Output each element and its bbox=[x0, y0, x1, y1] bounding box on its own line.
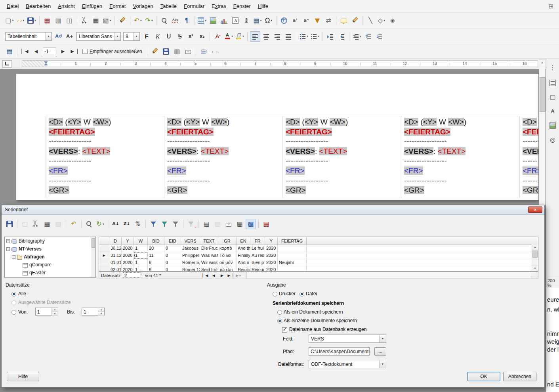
subscript-button[interactable]: x₂ bbox=[197, 31, 207, 42]
reset-filter-button[interactable]: × bbox=[186, 219, 196, 229]
label-cell[interactable]: <D> (<Y> W <W>)<FEIERTAG>---------------… bbox=[164, 116, 282, 198]
clear-formatting-button[interactable] bbox=[212, 31, 223, 42]
table-cell[interactable]: 2020 bbox=[265, 266, 278, 272]
records-all-label[interactable]: Alle bbox=[18, 291, 26, 296]
column-header-text[interactable]: TEXT bbox=[200, 237, 218, 245]
sidebar-settings-button[interactable]: ⋮ bbox=[548, 63, 558, 73]
table-cell[interactable]: 0 bbox=[164, 252, 181, 259]
tree-expander-icon[interactable]: - bbox=[6, 247, 10, 251]
table-cell[interactable]: 2020 bbox=[122, 266, 134, 272]
align-justify-button[interactable] bbox=[283, 31, 294, 42]
insert-textbox-button[interactable] bbox=[230, 15, 240, 26]
table-cell[interactable]: τῷ ἐλπ bbox=[218, 266, 237, 272]
table-cell[interactable]: 6 bbox=[148, 266, 164, 272]
chevron-down-icon[interactable]: ▾ bbox=[383, 19, 385, 22]
menu-item-fenster[interactable]: Fenster bbox=[230, 0, 254, 12]
explorer-toggle-button[interactable]: ▩ bbox=[246, 219, 256, 229]
filename-from-database-checkbox[interactable] bbox=[282, 327, 287, 333]
table-cell[interactable]: 0 bbox=[164, 259, 181, 266]
menu-item-extras[interactable]: Extras bbox=[208, 0, 230, 12]
insert-field-button[interactable]: ▤▾ bbox=[252, 15, 263, 26]
mail-merge-button[interactable] bbox=[223, 219, 234, 229]
records-from-radio[interactable] bbox=[11, 310, 16, 315]
styles-deck-button[interactable]: A bbox=[548, 106, 558, 117]
merge-document-button[interactable]: ▤ bbox=[261, 219, 271, 229]
label-cell[interactable]: <D> (<Y> W <W>)<FEIERTAG>---------------… bbox=[46, 116, 164, 198]
decrease-indent-button[interactable] bbox=[336, 31, 347, 42]
basic-shapes-button[interactable]: ◇▾ bbox=[376, 15, 387, 26]
scroll-up-arrow-icon[interactable]: ▲ bbox=[539, 60, 545, 66]
next-record-button[interactable]: ▶ bbox=[218, 272, 226, 278]
table-cell[interactable] bbox=[278, 266, 307, 272]
table-cell[interactable]: 1 bbox=[134, 245, 148, 252]
table-cell[interactable]: Réjoui bbox=[250, 266, 265, 272]
output-printer-label[interactable]: Drucker bbox=[279, 291, 296, 296]
table-cell[interactable]: Römer 5, bbox=[181, 259, 200, 266]
chevron-down-icon[interactable]: ▾ bbox=[242, 34, 244, 38]
formatting-marks-button[interactable]: ¶ bbox=[181, 15, 192, 26]
chevron-down-icon[interactable]: ▾ bbox=[271, 19, 272, 22]
line-spacing-button[interactable]: ▾ bbox=[352, 31, 362, 42]
exclude-recipient-checkbox[interactable]: Empfänger ausschließen bbox=[82, 49, 142, 54]
column-header-d[interactable]: D bbox=[109, 237, 122, 245]
clone-formatting-button[interactable] bbox=[117, 15, 128, 26]
track-changes-button[interactable] bbox=[350, 15, 360, 26]
last-record-button[interactable]: ▶▕ bbox=[226, 272, 235, 278]
last-record-button[interactable]: ▶▕ bbox=[69, 46, 79, 57]
update-style-button[interactable]: A↺ bbox=[53, 31, 64, 42]
font-color-button[interactable]: ▾ bbox=[223, 31, 234, 42]
save-individual-documents-radio[interactable] bbox=[277, 319, 282, 323]
print-preview-button[interactable]: ◫ bbox=[64, 15, 74, 26]
records-to-stepper[interactable]: 1 ▲▼ bbox=[82, 308, 105, 316]
chevron-down-icon[interactable]: ▾ bbox=[23, 19, 24, 22]
table-cell[interactable]: And n bbox=[237, 259, 250, 266]
table-cell[interactable]: οὐ μόν bbox=[218, 259, 237, 266]
table-cell[interactable]: 6 bbox=[148, 259, 164, 266]
column-header-feiertag[interactable]: FEIERTAG bbox=[278, 237, 307, 245]
label-cell[interactable]: <D> (<Y> W <W>)<FEIERTAG>---------------… bbox=[401, 116, 519, 198]
table-cell[interactable]: Die Fruch bbox=[200, 245, 218, 252]
path-input[interactable]: C:\Users\Kasper\Documents bbox=[309, 347, 370, 356]
filename-from-database-label[interactable]: Dateiname aus Datenbank erzeugen bbox=[289, 327, 366, 332]
table-cell[interactable]: 2020 bbox=[265, 259, 278, 266]
chevron-down-icon[interactable]: ▾ bbox=[103, 222, 104, 226]
chevron-down-icon[interactable]: ▾ bbox=[151, 19, 153, 22]
table-cell[interactable]: Au res bbox=[250, 252, 265, 259]
file-format-select[interactable]: ODF-Textdokument ▼ bbox=[309, 360, 386, 368]
find-record-button[interactable] bbox=[84, 219, 94, 229]
tree-item-abfragen[interactable]: -Abfragen bbox=[5, 253, 95, 261]
footnote-button[interactable]: a¹ bbox=[290, 15, 300, 26]
ok-button[interactable]: OK bbox=[467, 372, 500, 381]
output-printer-radio[interactable] bbox=[273, 292, 277, 296]
strikethrough-button[interactable]: S bbox=[175, 31, 185, 42]
table-cell[interactable]: 2020 bbox=[122, 259, 134, 266]
records-from-stepper[interactable]: 1 ▲▼ bbox=[35, 308, 58, 316]
chevron-down-icon[interactable]: ▼ bbox=[45, 33, 52, 40]
tree-item-qeaster[interactable]: qEaster bbox=[5, 269, 95, 277]
tree-scrollbar[interactable] bbox=[91, 237, 95, 277]
menu-item-bearbeiten[interactable]: Bearbeiten bbox=[22, 0, 54, 12]
sort-descending-button[interactable]: Z↓ bbox=[122, 219, 132, 229]
column-header-vers[interactable]: VERS bbox=[181, 237, 200, 245]
cut-button[interactable] bbox=[80, 15, 90, 26]
next-record-button[interactable]: ▶ bbox=[58, 46, 68, 57]
window-menu-icon[interactable]: ⊞ bbox=[547, 2, 555, 10]
zoom-level[interactable]: 200 % bbox=[546, 276, 559, 288]
record-number-input[interactable] bbox=[43, 48, 56, 55]
menu-item-format[interactable]: Format bbox=[106, 0, 129, 12]
output-file-radio[interactable] bbox=[300, 292, 304, 296]
sort-ascending-button[interactable]: A↓ bbox=[111, 219, 121, 229]
scrollbar-thumb[interactable] bbox=[532, 250, 538, 258]
highlight-color-button[interactable]: ▾ bbox=[235, 31, 245, 42]
edit-individual-documents-button[interactable] bbox=[150, 46, 160, 57]
chevron-down-icon[interactable]: ▾ bbox=[260, 19, 262, 22]
gallery-deck-button[interactable] bbox=[548, 120, 558, 131]
row-header[interactable] bbox=[99, 266, 109, 272]
chevron-down-icon[interactable]: ▾ bbox=[318, 34, 319, 38]
table-cell[interactable]: And th bbox=[237, 245, 250, 252]
sort-button[interactable]: ⇅ bbox=[133, 219, 143, 229]
menu-item-einf-gen[interactable]: Einfügen bbox=[78, 0, 106, 12]
menu-item-tabelle[interactable]: Tabelle bbox=[157, 0, 180, 12]
table-horizontal-scrollbar[interactable] bbox=[246, 272, 531, 278]
menu-item-ansicht[interactable]: Ansicht bbox=[54, 0, 78, 12]
